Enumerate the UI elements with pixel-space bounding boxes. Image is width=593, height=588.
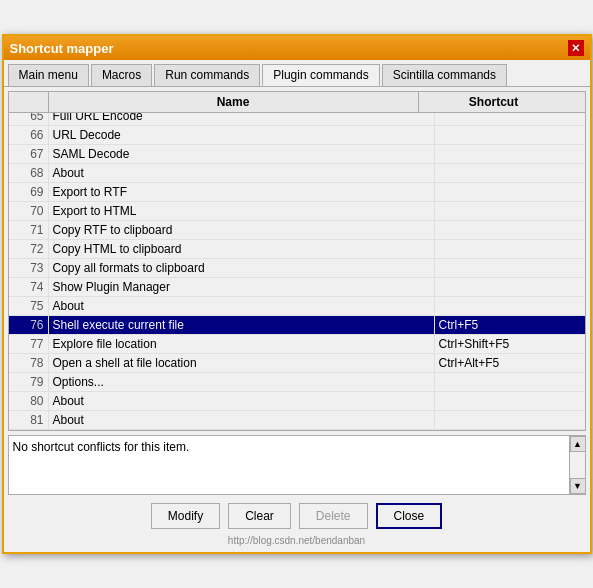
row-name: SAML Decode — [49, 145, 435, 163]
row-number: 69 — [9, 183, 49, 201]
table-row[interactable]: 74Show Plugin Manager — [9, 278, 585, 297]
row-name: About — [49, 297, 435, 315]
row-number: 80 — [9, 392, 49, 410]
row-shortcut: Ctrl+F5 — [435, 316, 585, 334]
table-row[interactable]: 80About — [9, 392, 585, 411]
row-shortcut — [435, 202, 585, 220]
row-shortcut — [435, 392, 585, 410]
action-buttons: Modify Clear Delete Close — [8, 495, 586, 535]
row-name: Export to HTML — [49, 202, 435, 220]
header-name: Name — [49, 92, 419, 112]
scroll-down-button[interactable]: ▼ — [570, 478, 586, 494]
row-name: Shell execute current file — [49, 316, 435, 334]
row-number: 66 — [9, 126, 49, 144]
table-row[interactable]: 79Options... — [9, 373, 585, 392]
row-shortcut: Ctrl+Shift+F5 — [435, 335, 585, 353]
row-number: 78 — [9, 354, 49, 372]
row-shortcut — [435, 373, 585, 391]
table-row[interactable]: 78Open a shell at file locationCtrl+Alt+… — [9, 354, 585, 373]
row-name: Full URL Encode — [49, 113, 435, 125]
row-name: Copy all formats to clipboard — [49, 259, 435, 277]
table-row[interactable]: 73Copy all formats to clipboard — [9, 259, 585, 278]
table-row[interactable]: 70Export to HTML — [9, 202, 585, 221]
row-name: About — [49, 164, 435, 182]
table-row[interactable]: 69Export to RTF — [9, 183, 585, 202]
row-number: 73 — [9, 259, 49, 277]
row-shortcut — [435, 164, 585, 182]
row-number: 75 — [9, 297, 49, 315]
table-header: Name Shortcut — [9, 92, 585, 113]
main-window: Shortcut mapper ✕ Main menuMacrosRun com… — [2, 34, 592, 554]
row-number: 72 — [9, 240, 49, 258]
status-message: No shortcut conflicts for this item. — [13, 440, 581, 454]
modify-button[interactable]: Modify — [151, 503, 220, 529]
row-shortcut — [435, 411, 585, 429]
table-row[interactable]: 68About — [9, 164, 585, 183]
row-number: 70 — [9, 202, 49, 220]
close-button[interactable]: Close — [376, 503, 443, 529]
row-shortcut — [435, 145, 585, 163]
row-number: 67 — [9, 145, 49, 163]
row-name: Open a shell at file location — [49, 354, 435, 372]
row-shortcut — [435, 221, 585, 239]
row-name: Export to RTF — [49, 183, 435, 201]
row-name: Show Plugin Manager — [49, 278, 435, 296]
tab-plugin-commands[interactable]: Plugin commands — [262, 64, 379, 86]
header-shortcut: Shortcut — [419, 92, 569, 112]
row-number: 81 — [9, 411, 49, 429]
row-name: Explore file location — [49, 335, 435, 353]
row-name: Options... — [49, 373, 435, 391]
content-area: Name Shortcut 64URL Encode65Full URL Enc… — [4, 87, 590, 552]
row-shortcut — [435, 240, 585, 258]
row-shortcut — [435, 113, 585, 125]
table-body[interactable]: 64URL Encode65Full URL Encode66URL Decod… — [9, 113, 585, 430]
table-row[interactable]: 65Full URL Encode — [9, 113, 585, 126]
tab-macros[interactable]: Macros — [91, 64, 152, 86]
close-window-button[interactable]: ✕ — [568, 40, 584, 56]
window-title: Shortcut mapper — [10, 41, 114, 56]
row-number: 71 — [9, 221, 49, 239]
table-row[interactable]: 77Explore file locationCtrl+Shift+F5 — [9, 335, 585, 354]
tab-run-commands[interactable]: Run commands — [154, 64, 260, 86]
row-name: About — [49, 392, 435, 410]
title-bar: Shortcut mapper ✕ — [4, 36, 590, 60]
row-name: URL Decode — [49, 126, 435, 144]
table-row[interactable]: 75About — [9, 297, 585, 316]
table-row[interactable]: 81About — [9, 411, 585, 430]
row-shortcut: Ctrl+Alt+F5 — [435, 354, 585, 372]
watermark: http://blog.csdn.net/bendanban — [8, 535, 586, 548]
scroll-up-button[interactable]: ▲ — [570, 436, 586, 452]
row-number: 77 — [9, 335, 49, 353]
row-number: 74 — [9, 278, 49, 296]
tab-bar: Main menuMacrosRun commandsPlugin comman… — [4, 60, 590, 87]
clear-button[interactable]: Clear — [228, 503, 291, 529]
row-name: Copy RTF to clipboard — [49, 221, 435, 239]
table-row[interactable]: 71Copy RTF to clipboard — [9, 221, 585, 240]
table-row[interactable]: 76Shell execute current fileCtrl+F5 — [9, 316, 585, 335]
row-name: About — [49, 411, 435, 429]
table-row[interactable]: 67SAML Decode — [9, 145, 585, 164]
row-number: 68 — [9, 164, 49, 182]
row-shortcut — [435, 278, 585, 296]
status-box: No shortcut conflicts for this item. ▲ ▼ — [8, 435, 586, 495]
row-shortcut — [435, 183, 585, 201]
row-number: 65 — [9, 113, 49, 125]
row-name: Copy HTML to clipboard — [49, 240, 435, 258]
header-num — [9, 92, 49, 112]
row-shortcut — [435, 297, 585, 315]
commands-table: Name Shortcut 64URL Encode65Full URL Enc… — [8, 91, 586, 431]
row-shortcut — [435, 259, 585, 277]
status-scrollbar[interactable]: ▲ ▼ — [569, 436, 585, 494]
delete-button[interactable]: Delete — [299, 503, 368, 529]
row-shortcut — [435, 126, 585, 144]
row-number: 79 — [9, 373, 49, 391]
table-row[interactable]: 66URL Decode — [9, 126, 585, 145]
row-number: 76 — [9, 316, 49, 334]
table-row[interactable]: 72Copy HTML to clipboard — [9, 240, 585, 259]
tab-main-menu[interactable]: Main menu — [8, 64, 89, 86]
tab-scintilla-commands[interactable]: Scintilla commands — [382, 64, 507, 86]
